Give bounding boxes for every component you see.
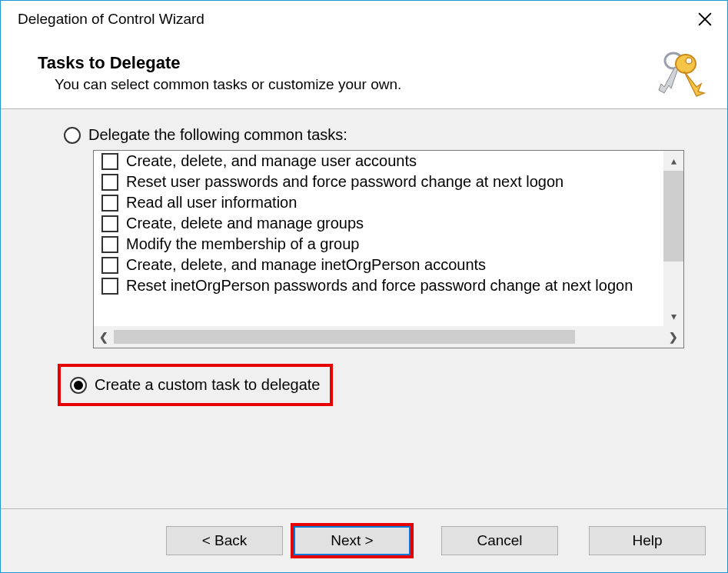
task-label: Modify the membership of a group: [126, 235, 360, 253]
task-label: Create, delete, and manage inetOrgPerson…: [126, 256, 486, 274]
task-label: Create, delete and manage groups: [126, 215, 364, 232]
checkbox-icon: [101, 257, 118, 274]
task-label: Create, delete, and manage user accounts: [126, 152, 417, 170]
task-item[interactable]: Create, delete, and manage inetOrgPerson…: [94, 255, 683, 275]
vertical-scrollbar[interactable]: ▴ ▾: [663, 151, 683, 326]
task-item[interactable]: Modify the membership of a group: [94, 234, 683, 255]
checkbox-icon: [101, 174, 118, 191]
svg-point-3: [676, 55, 696, 73]
radio-icon: [70, 377, 87, 394]
close-button[interactable]: [696, 11, 713, 28]
window-title: Delegation of Control Wizard: [18, 11, 204, 28]
checkbox-icon: [101, 215, 118, 232]
radio-common-label: Delegate the following common tasks:: [88, 126, 347, 144]
checkbox-icon: [101, 236, 118, 253]
task-item[interactable]: Create, delete, and manage user accounts: [94, 151, 683, 172]
content-area: Delegate the following common tasks: Cre…: [1, 109, 727, 508]
titlebar: Delegation of Control Wizard: [1, 1, 727, 38]
horizontal-scrollbar[interactable]: ❮ ❯: [94, 326, 683, 348]
header-area: Tasks to Delegate You can select common …: [1, 38, 727, 108]
checkbox-icon: [101, 278, 118, 295]
task-item[interactable]: Create, delete and manage groups: [94, 213, 683, 234]
scroll-track: [663, 262, 683, 306]
radio-common-tasks[interactable]: Delegate the following common tasks:: [64, 126, 684, 144]
button-bar: < Back Next > Cancel Help: [1, 508, 727, 572]
back-button[interactable]: < Back: [166, 526, 283, 555]
next-button[interactable]: Next >: [294, 526, 411, 555]
chevron-left-icon: ❮: [94, 331, 114, 343]
chevron-up-icon: ▴: [663, 151, 683, 171]
radio-custom-label: Create a custom task to delegate: [95, 376, 321, 394]
chevron-right-icon: ❯: [663, 331, 683, 343]
wizard-window: Delegation of Control Wizard Tasks to De…: [0, 0, 728, 573]
radio-custom-task[interactable]: Create a custom task to delegate: [64, 370, 327, 400]
task-label: Reset user passwords and force password …: [126, 173, 563, 191]
task-item[interactable]: Reset inetOrgPerson passwords and force …: [94, 275, 683, 296]
checkbox-icon: [101, 195, 118, 212]
spacer: [421, 526, 430, 555]
task-label: Read all user information: [126, 194, 297, 212]
spacer: [569, 526, 578, 555]
svg-point-4: [686, 58, 692, 64]
tasks-list: Create, delete, and manage user accounts…: [94, 151, 683, 348]
scroll-thumb: [663, 171, 683, 262]
close-icon: [698, 12, 712, 26]
chevron-down-icon: ▾: [663, 306, 683, 326]
checkbox-icon: [101, 153, 118, 170]
help-button[interactable]: Help: [589, 526, 706, 555]
page-subheading: You can select common tasks or customize…: [55, 76, 706, 93]
task-item[interactable]: Read all user information: [94, 192, 683, 213]
cancel-button[interactable]: Cancel: [441, 526, 558, 555]
keys-icon: [650, 47, 706, 105]
task-label: Reset inetOrgPerson passwords and force …: [126, 277, 633, 295]
radio-icon: [64, 127, 81, 144]
page-heading: Tasks to Delegate: [38, 53, 706, 73]
common-tasks-listbox: Create, delete, and manage user accounts…: [93, 150, 684, 348]
task-item[interactable]: Reset user passwords and force password …: [94, 172, 683, 192]
scroll-thumb: [114, 330, 575, 344]
